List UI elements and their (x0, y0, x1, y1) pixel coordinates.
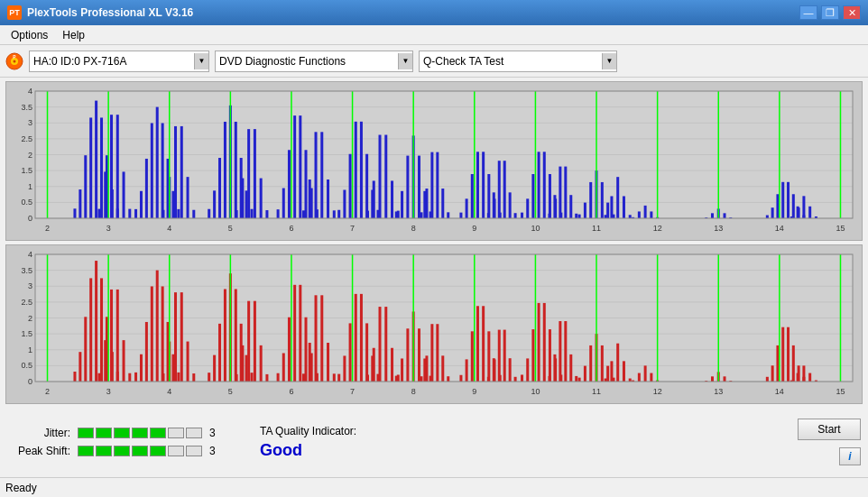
status-bar: Ready (0, 477, 868, 497)
function-dropdown-value: DVD Diagnostic Functions (219, 55, 398, 68)
drive-dropdown[interactable]: HA:0 ID:0 PX-716A ▼ (29, 51, 209, 72)
peak-seg4 (132, 446, 148, 456)
app-title: PlexTools Professional XL V3.16 (27, 6, 193, 19)
info-button[interactable]: i (839, 447, 861, 465)
menu-bar: Options Help (0, 25, 868, 45)
peak-shift-label: Peak Shift: (7, 445, 70, 457)
test-dropdown[interactable]: Q-Check TA Test ▼ (419, 51, 617, 72)
function-dropdown-arrow: ▼ (398, 53, 412, 69)
quality-section: TA Quality Indicator: Good (260, 425, 356, 460)
drive-dropdown-value: HA:0 ID:0 PX-716A (33, 55, 194, 68)
bottom-panel: Jitter: 3 Peak Shift: (0, 406, 868, 477)
start-button[interactable]: Start (798, 419, 861, 440)
jitter-seg5 (150, 428, 166, 438)
jitter-seg1 (78, 428, 94, 438)
top-chart-canvas (6, 82, 862, 240)
jitter-seg6 (168, 428, 184, 438)
charts-area (0, 78, 868, 406)
peak-seg1 (78, 446, 94, 456)
app-icon: PT (7, 5, 22, 20)
peak-seg3 (114, 446, 130, 456)
quality-value: Good (260, 441, 302, 460)
metrics-section: Jitter: 3 Peak Shift: (7, 427, 224, 457)
test-dropdown-value: Q-Check TA Test (423, 55, 602, 68)
drive-icon: P (5, 52, 23, 70)
peak-seg5 (150, 446, 166, 456)
jitter-label: Jitter: (7, 427, 70, 439)
start-section: Start i (798, 419, 861, 465)
jitter-seg3 (114, 428, 130, 438)
restore-button[interactable]: ❐ (821, 5, 839, 20)
drive-dropdown-arrow: ▼ (194, 53, 208, 69)
title-bar-left: PT PlexTools Professional XL V3.16 (7, 5, 193, 20)
peak-shift-row: Peak Shift: 3 (7, 445, 224, 457)
function-dropdown[interactable]: DVD Diagnostic Functions ▼ (215, 51, 413, 72)
bottom-chart (5, 244, 863, 404)
jitter-seg2 (96, 428, 112, 438)
jitter-row: Jitter: 3 (7, 427, 224, 439)
close-button[interactable]: ✕ (843, 5, 861, 20)
svg-point-2 (14, 60, 16, 62)
menu-help[interactable]: Help (55, 27, 92, 43)
peak-seg2 (96, 446, 112, 456)
menu-options[interactable]: Options (4, 27, 55, 43)
quality-label: TA Quality Indicator: (260, 425, 356, 437)
test-dropdown-arrow: ▼ (602, 53, 616, 69)
jitter-progress (78, 428, 202, 438)
jitter-seg7 (186, 428, 202, 438)
peak-shift-progress (78, 446, 202, 456)
peak-seg6 (168, 446, 184, 456)
title-bar-controls: — ❐ ✕ (799, 5, 861, 20)
peak-shift-value: 3 (209, 445, 224, 457)
status-text: Ready (5, 482, 37, 494)
minimize-button[interactable]: — (799, 5, 817, 20)
top-chart (5, 81, 863, 241)
title-bar: PT PlexTools Professional XL V3.16 — ❐ ✕ (0, 0, 868, 25)
bottom-chart-canvas (6, 245, 862, 403)
toolbar: P HA:0 ID:0 PX-716A ▼ DVD Diagnostic Fun… (0, 45, 868, 78)
jitter-value: 3 (209, 427, 224, 439)
peak-seg7 (186, 446, 202, 456)
jitter-seg4 (132, 428, 148, 438)
main-content: Jitter: 3 Peak Shift: (0, 78, 868, 477)
